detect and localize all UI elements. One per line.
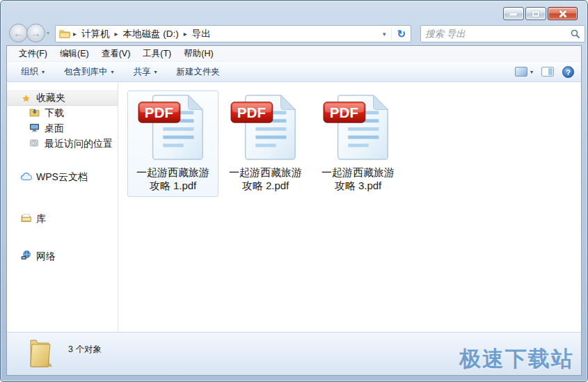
cloud-icon [20,172,32,184]
file-list[interactable]: PDF 一起游西藏旅游攻略 1.pdf PDF 一起游西藏旅游攻略 2.pdf [118,82,581,332]
file-pdf-1[interactable]: PDF 一起游西藏旅游攻略 1.pdf [127,90,218,197]
change-view-button[interactable]: ▾ [515,67,533,77]
file-name: 一起游西藏旅游攻略 1.pdf [133,166,214,192]
maximize-button[interactable] [525,7,546,20]
address-bar[interactable]: ▸ 计算机 ▸ 本地磁盘 (D:) ▸ 导出 ▾ ↻ [55,25,411,42]
nav-buttons: ← → ▾ [9,24,49,42]
breadcrumb-local-disk-d[interactable]: 本地磁盘 (D:) [121,26,181,42]
sidebar-item-libraries[interactable]: 库 [7,212,118,227]
window-controls [503,7,578,20]
pdf-file-icon: PDF [137,93,209,161]
share-button[interactable]: 共享 ▾ [127,63,164,81]
folder-icon [59,29,70,38]
sidebar-item-wps-cloud[interactable]: WPS云文档 [7,170,118,185]
organize-button[interactable]: 组织 ▾ [14,63,51,81]
navigation-band: ← → ▾ ▸ 计算机 ▸ 本地磁盘 (D:) ▸ 导出 ▾ ↻ [6,22,582,45]
maximize-icon [532,11,539,17]
forward-button[interactable]: → [26,24,45,42]
help-button[interactable]: ? [562,66,574,78]
menu-help[interactable]: 帮助(H) [177,46,219,62]
client-area: 文件(F) 编辑(E) 查看(V) 工具(T) 帮助(H) 组织 ▾ 包含到库中… [6,45,582,376]
file-name: 一起游西藏旅游攻略 3.pdf [318,166,399,192]
network-icon [20,250,32,263]
libraries-icon [20,214,32,225]
downloads-icon [29,108,40,120]
new-folder-button[interactable]: 新建文件夹 [170,63,228,81]
sidebar-item-recent-places[interactable]: 最近访问的位置 [7,136,118,152]
recent-pages-dropdown[interactable]: ▾ [47,30,49,36]
pdf-file-icon: PDF [230,93,302,161]
folder-large-icon [26,337,57,369]
file-pdf-3[interactable]: PDF 一起游西藏旅游攻略 3.pdf [312,90,404,197]
include-in-library-button[interactable]: 包含到库中 ▾ [57,63,121,81]
sidebar-item-desktop[interactable]: 桌面 [7,121,118,136]
menu-view[interactable]: 查看(V) [95,46,137,62]
pdf-badge: PDF [237,104,265,120]
search-icon[interactable] [571,29,580,39]
search-input[interactable] [425,29,571,39]
chevron-down-icon: ▾ [42,69,45,75]
status-bar: 3 个对象 极速下载站 [7,332,581,375]
breadcrumb-separator[interactable]: ▸ [112,30,121,38]
desktop-icon [29,123,40,135]
sidebar-item-favorites[interactable]: ★ 收藏夹 [7,90,118,106]
search-box [420,25,585,42]
pdf-badge: PDF [329,104,358,120]
star-icon: ★ [20,93,32,104]
file-pdf-2[interactable]: PDF 一起游西藏旅游攻略 2.pdf [220,90,311,197]
sidebar-item-downloads[interactable]: 下载 [7,106,118,121]
minimize-button[interactable] [503,7,524,20]
breadcrumb-export-folder[interactable]: 导出 [190,26,213,42]
close-button[interactable] [548,7,578,20]
minimize-icon [510,13,518,15]
menu-bar: 文件(F) 编辑(E) 查看(V) 工具(T) 帮助(H) [7,46,581,62]
navigation-pane: ★ 收藏夹 下载 桌面 [7,82,118,332]
preview-pane-button[interactable] [541,67,554,77]
views-icon [515,67,527,77]
menu-edit[interactable]: 编辑(E) [54,46,95,62]
breadcrumb-separator: ▸ [70,30,79,38]
menu-tools[interactable]: 工具(T) [136,46,177,62]
chevron-down-icon: ▾ [111,69,114,75]
chevron-down-icon: ▾ [154,69,157,75]
pdf-file-icon: PDF [322,93,395,161]
back-button[interactable]: ← [9,24,28,42]
breadcrumb-computer[interactable]: 计算机 [79,26,112,42]
explorer-window: ← → ▾ ▸ 计算机 ▸ 本地磁盘 (D:) ▸ 导出 ▾ ↻ [0,0,588,382]
address-dropdown-icon[interactable]: ▾ [377,31,392,38]
items-count: 3 个对象 [68,344,102,356]
command-bar: 组织 ▾ 包含到库中 ▾ 共享 ▾ 新建文件夹 ▾ ? [7,62,581,82]
file-name: 一起游西藏旅游攻略 2.pdf [225,166,306,192]
refresh-icon[interactable]: ↻ [391,28,411,40]
sidebar-item-network[interactable]: 网络 [7,249,118,264]
watermark-text: 极速下载站 [459,344,574,374]
menu-file[interactable]: 文件(F) [13,46,54,62]
recent-places-icon [29,138,40,150]
breadcrumb-separator[interactable]: ▸ [181,30,190,38]
pdf-badge: PDF [144,104,173,120]
chevron-down-icon: ▾ [530,69,533,75]
